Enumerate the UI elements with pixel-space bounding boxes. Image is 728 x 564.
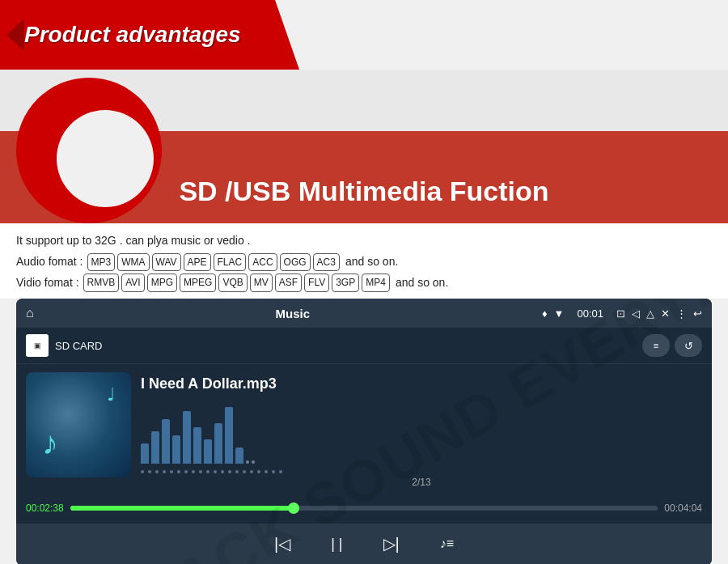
track-count: 2/13 [141, 477, 702, 488]
dot [214, 470, 217, 473]
fmt-wav: WAV [152, 253, 181, 271]
eject-icon[interactable]: △ [646, 307, 654, 320]
player-screen: ⌂ Music ♦ ▼ 00:01 ⊡ ◁ △ ✕ ⋮ ↩ ▣ SD CARD … [16, 299, 712, 564]
eq-dot-2 [252, 460, 255, 464]
progress-section: 00:02:38 00:04:04 [16, 499, 712, 524]
fmt-ac3: AC3 [313, 253, 340, 271]
eq-bar-1 [141, 443, 149, 464]
dot [228, 470, 231, 473]
status-bar: ⌂ Music ♦ ▼ 00:01 ⊡ ◁ △ ✕ ⋮ ↩ [16, 299, 712, 328]
dot [272, 470, 275, 473]
dot [257, 470, 260, 473]
eq-dot-1 [246, 460, 249, 464]
fmt-mpg: MPG [147, 274, 177, 291]
location-icon: ♦ [542, 307, 548, 320]
eq-bar-6 [193, 427, 201, 464]
camera-icon: ⊡ [616, 307, 625, 320]
progress-thumb [288, 503, 299, 514]
source-bar: ▣ SD CARD ≡ ↺ [16, 328, 712, 364]
fmt-asf: ASF [275, 274, 302, 291]
status-time: 00:01 [577, 307, 603, 320]
dot [184, 470, 188, 473]
more-icon[interactable]: ⋮ [676, 307, 687, 320]
fmt-avi: AVI [121, 274, 144, 291]
play-pause-button[interactable]: | | [331, 536, 342, 553]
dot [148, 470, 151, 473]
next-button[interactable]: ▷| [383, 534, 400, 553]
info-section: It support up to 32G . can plya music or… [0, 223, 728, 299]
video-label: Vidio fomat : [16, 274, 79, 293]
dot [265, 470, 268, 473]
fmt-flac: FLAC [214, 253, 247, 271]
close-icon[interactable]: ✕ [661, 307, 670, 320]
player-info: I Need A Dollar.mp3 [141, 372, 702, 491]
dot [177, 470, 180, 473]
music-note-icon: ♪ [42, 425, 58, 461]
fmt-ogg: OGG [280, 253, 311, 271]
time-total: 00:04:04 [664, 503, 702, 514]
eq-bar-3 [162, 419, 170, 464]
fmt-mp4: MP4 [362, 274, 390, 291]
fmt-acc: ACC [248, 253, 277, 271]
hero-section: SD /USB Multimedia Fuction [0, 70, 728, 223]
source-label: SD CARD [55, 340, 642, 352]
dot [243, 470, 246, 473]
dots-row [141, 470, 702, 473]
player-main: ♩ ♪ I Need A Dollar.mp3 [16, 364, 712, 499]
status-icons: ♦ ▼ 00:01 ⊡ ◁ △ ✕ ⋮ ↩ [542, 307, 702, 320]
dot [163, 470, 166, 473]
dot [192, 470, 195, 473]
info-line1: It support up to 32G . can plya music or… [16, 231, 712, 251]
repeat-button[interactable]: ↺ [675, 334, 702, 357]
progress-bar-container: 00:02:38 00:04:04 [26, 503, 702, 514]
playlist-button[interactable]: ≡ [642, 334, 670, 357]
eq-bar-4 [172, 435, 180, 464]
player-screen-title: Music [44, 307, 542, 320]
audio-label: Audio fomat : [16, 252, 83, 272]
dot [141, 470, 144, 473]
progress-bar[interactable] [70, 506, 658, 511]
audio-suffix: and so on. [345, 252, 398, 272]
dot [199, 470, 202, 473]
fmt-ape: APE [184, 253, 211, 271]
dot [250, 470, 253, 473]
dot [155, 470, 159, 473]
fmt-vqb: VQB [218, 274, 247, 291]
fmt-wma: WMA [117, 253, 149, 271]
fmt-rmvb: RMVB [83, 274, 120, 291]
fmt-mpeg: MPEG [180, 274, 216, 291]
fmt-flv: FLV [304, 274, 329, 291]
eq-bar-9 [225, 407, 233, 464]
song-title: I Need A Dollar.mp3 [141, 375, 702, 392]
fmt-mp3: MP3 [87, 253, 116, 271]
header-red-shape: Product advantages [0, 0, 299, 70]
progress-fill [70, 506, 294, 511]
audio-format-row: Audio fomat : MP3 WMA WAV APE FLAC ACC O… [16, 252, 712, 272]
time-current: 00:02:38 [26, 503, 64, 514]
eq-bar-7 [204, 439, 212, 464]
home-icon[interactable]: ⌂ [26, 306, 34, 320]
volume-icon[interactable]: ◁ [632, 307, 640, 320]
fmt-3gp: 3GP [332, 274, 359, 291]
eq-bar-5 [183, 411, 191, 464]
eq-bar-8 [214, 423, 222, 464]
header-banner: Product advantages [0, 0, 728, 70]
wifi-icon: ▼ [554, 307, 565, 320]
dot [221, 470, 224, 473]
controls-bar: |◁ | | ▷| ♪≡ [16, 524, 712, 564]
header-arrow-left [6, 19, 24, 51]
prev-button[interactable]: |◁ [274, 534, 290, 553]
eq-bar-10 [235, 447, 243, 464]
dot [206, 470, 210, 473]
page-title: Product advantages [24, 22, 241, 48]
album-art: ♩ ♪ [26, 372, 131, 477]
music-note-small-icon: ♩ [107, 384, 115, 405]
fmt-mv: MV [250, 274, 273, 291]
hero-title: SD /USB Multimedia Fuction [0, 176, 728, 215]
eq-bar-2 [151, 431, 159, 464]
back-icon[interactable]: ↩ [693, 307, 702, 320]
video-suffix: and so on. [396, 274, 448, 293]
playlist-icon-btn[interactable]: ♪≡ [440, 536, 454, 551]
video-format-row: Vidio fomat : RMVB AVI MPG MPEG VQB MV A… [16, 274, 712, 293]
dot [170, 470, 173, 473]
